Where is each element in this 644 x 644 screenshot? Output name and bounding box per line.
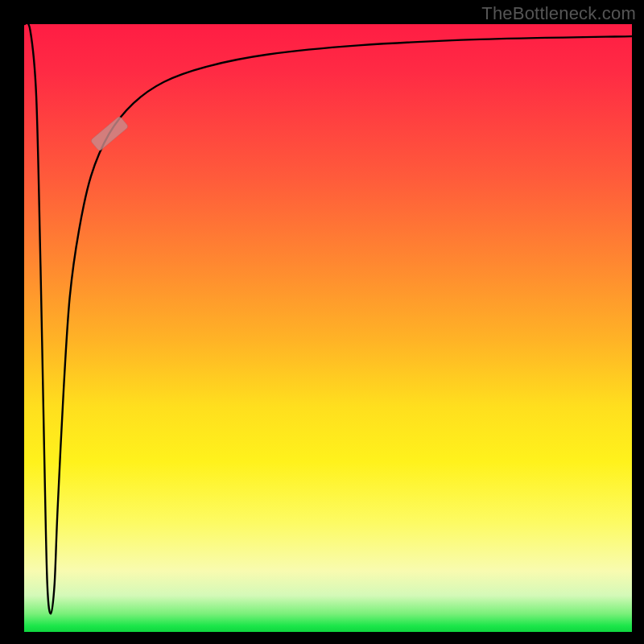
bottleneck-curve-path	[24, 24, 632, 613]
plot-area	[24, 24, 632, 632]
curve-svg	[24, 24, 632, 632]
chart-frame: TheBottleneck.com	[0, 0, 644, 644]
watermark-text: TheBottleneck.com	[481, 3, 636, 24]
